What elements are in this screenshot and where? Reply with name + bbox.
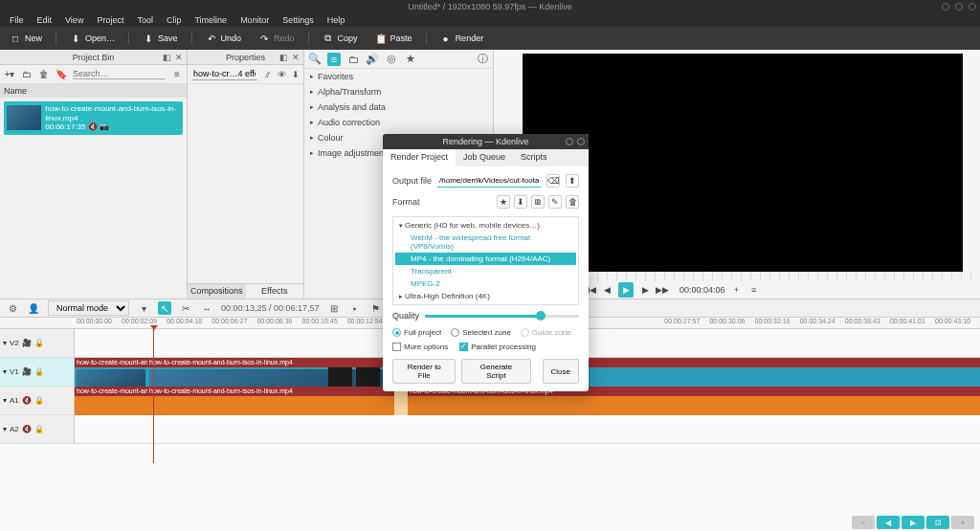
timeline-audio-clip[interactable]: how-to-create-mount-and-burn-isos-in-lin… — [75, 387, 147, 396]
menu-project[interactable]: Project — [97, 15, 123, 25]
format-item-mpeg2[interactable]: MPEG-2 — [395, 277, 576, 290]
render-to-file-button[interactable]: Render to File — [392, 359, 456, 384]
play-icon[interactable]: ▶ — [618, 282, 634, 298]
menu-monitor[interactable]: Monitor — [240, 15, 269, 25]
track-a2-body[interactable] — [75, 415, 980, 443]
forward-icon[interactable]: ▶▶ — [657, 284, 668, 296]
dialog-close-icon[interactable] — [577, 138, 585, 145]
format-tree[interactable]: Generic (HD for web, mobile devices…) We… — [392, 216, 579, 305]
timeline-clip[interactable]: how-to-create-mount-and-burn-isos-in-lin… — [75, 358, 147, 367]
effects-label-input[interactable] — [191, 68, 257, 80]
chevron-down-icon[interactable]: ▾ — [137, 301, 150, 315]
clip-item[interactable]: how-to-create-mount-and-burn-isos-in-lin… — [4, 101, 183, 135]
upload-icon[interactable]: ⬆ — [566, 174, 579, 188]
search-icon[interactable]: 🔍 — [308, 53, 322, 66]
custom-icon[interactable]: ◎ — [385, 53, 398, 66]
snap-icon[interactable]: ⊞ — [327, 301, 341, 315]
folder-icon[interactable]: 🗀 — [21, 69, 33, 80]
fx-cat-analysis[interactable]: Analysis and data — [304, 100, 493, 115]
lock-icon[interactable]: 🔒 — [34, 396, 44, 406]
gear-icon[interactable]: ⚙ — [6, 301, 19, 315]
generate-script-button[interactable]: Generate Script — [461, 359, 530, 384]
star-icon[interactable]: ★ — [497, 195, 510, 209]
add-clip-icon[interactable]: +▾ — [4, 69, 15, 80]
flag-icon[interactable]: ⚑ — [369, 301, 383, 315]
step-back-icon[interactable]: ◀ — [877, 516, 900, 529]
menu-icon[interactable]: ≡ — [171, 69, 183, 80]
redo-button[interactable]: ↷Redo — [255, 31, 299, 46]
menu-tool[interactable]: Tool — [137, 15, 153, 25]
tab-render-project[interactable]: Render Project — [383, 149, 456, 166]
timeline-audio-body[interactable] — [75, 396, 147, 415]
mute-icon[interactable]: 🎥 — [22, 367, 32, 377]
track-collapse-icon[interactable]: ▾ — [3, 367, 7, 376]
open-button[interactable]: ⬇Open… — [66, 31, 119, 46]
track-collapse-icon[interactable]: ▾ — [3, 425, 7, 433]
timeline-clip-thumb[interactable] — [328, 367, 352, 387]
user-icon[interactable]: 👤 — [27, 301, 40, 315]
tab-effects[interactable]: Effects — [246, 283, 304, 299]
undock-icon[interactable]: ◧ — [163, 53, 171, 62]
format-category[interactable]: Generic (HD for web, mobile devices…) — [395, 219, 576, 232]
radio-guide-zone[interactable]: Guide zone — [521, 328, 571, 337]
bin-search-input[interactable] — [73, 69, 166, 79]
timeline-clip-thumb[interactable] — [75, 367, 147, 387]
menu-help[interactable]: Help — [327, 15, 345, 25]
fx-cat-favorites[interactable]: Favorites — [304, 69, 493, 84]
timeline-clip-thumb[interactable] — [356, 367, 380, 387]
track-collapse-icon[interactable]: ▾ — [3, 396, 7, 405]
delete-icon[interactable]: 🗑 — [566, 195, 579, 209]
rollup-icon[interactable] — [566, 138, 573, 145]
close-button[interactable]: Close — [543, 359, 579, 384]
mute-icon[interactable]: 🎥 — [22, 339, 32, 348]
save-fx-icon[interactable]: ⬇ — [292, 70, 300, 79]
new-button[interactable]: □New — [6, 31, 46, 46]
format-category-4k[interactable]: Ultra-High Definition (4K) — [395, 290, 576, 302]
column-name-header[interactable]: Name — [0, 84, 187, 98]
timeline-audio-body[interactable] — [147, 396, 394, 415]
render-button[interactable]: ●Render — [436, 31, 488, 46]
copy-button[interactable]: ⧉Copy — [319, 31, 362, 46]
timeline-clip[interactable]: how-to-create-mount-and-burn-isos-in-lin… — [147, 358, 394, 367]
format-item-webm[interactable]: WebM - the widespread free format (VP8/V… — [395, 232, 576, 253]
menu-settings[interactable]: Settings — [282, 15, 314, 25]
backspace-icon[interactable]: ⌫ — [546, 174, 560, 188]
fx-cat-alpha[interactable]: Alpha/Transform — [304, 84, 493, 100]
format-item-transparent[interactable]: Transparent — [395, 265, 576, 277]
menu-file[interactable]: File — [10, 15, 24, 25]
delete-icon[interactable]: 🗑 — [38, 69, 50, 80]
marker-icon[interactable]: ▪ — [348, 301, 362, 315]
minimize-icon[interactable] — [942, 3, 949, 11]
spacer-tool-icon[interactable]: ↔ — [200, 301, 213, 315]
menu-edit[interactable]: Edit — [37, 15, 53, 25]
monitor-ruler[interactable] — [540, 272, 980, 281]
lock-icon[interactable]: 🔒 — [34, 367, 44, 377]
mute-icon[interactable]: 🔇 — [22, 396, 32, 406]
lock-icon[interactable]: 🔒 — [34, 339, 44, 348]
selection-tool-icon[interactable]: ↖ — [158, 301, 171, 315]
radio-full-project[interactable]: Full project — [392, 328, 441, 337]
undock-icon[interactable]: ◧ — [279, 53, 288, 62]
tab-job-queue[interactable]: Job Queue — [456, 149, 513, 166]
prev-frame-icon[interactable]: ◀ — [601, 284, 612, 296]
mute-icon[interactable]: 🔇 — [22, 425, 32, 434]
playhead[interactable] — [153, 329, 154, 463]
fx-cat-audio[interactable]: Audio correction — [304, 115, 493, 130]
razor-tool-icon[interactable]: ✂ — [179, 301, 192, 315]
radio-selected-zone[interactable]: Selected zone — [451, 328, 511, 337]
maximize-icon[interactable] — [955, 3, 963, 11]
tag-icon[interactable]: 🔖 — [56, 69, 67, 80]
output-file-input[interactable] — [437, 174, 541, 188]
audio-icon[interactable]: 🔊 — [366, 53, 379, 66]
check-parallel[interactable]: Parallel processing — [459, 343, 536, 351]
tab-compositions[interactable]: Compositions — [188, 283, 246, 299]
timeline-audio-clip[interactable]: how-to-create-mount-and-burn-isos-in-lin… — [147, 387, 394, 396]
info-icon[interactable]: ⓘ — [476, 53, 489, 66]
save-button[interactable]: ⬇Save — [139, 31, 182, 46]
undo-button[interactable]: ↶Undo — [202, 31, 246, 46]
plus-icon[interactable]: + — [731, 284, 743, 296]
tab-scripts[interactable]: Scripts — [513, 149, 555, 166]
menu-icon[interactable]: ≡ — [748, 284, 760, 296]
zoom-in-icon[interactable]: + — [951, 516, 974, 529]
eye-icon[interactable]: 👁 — [278, 70, 286, 79]
